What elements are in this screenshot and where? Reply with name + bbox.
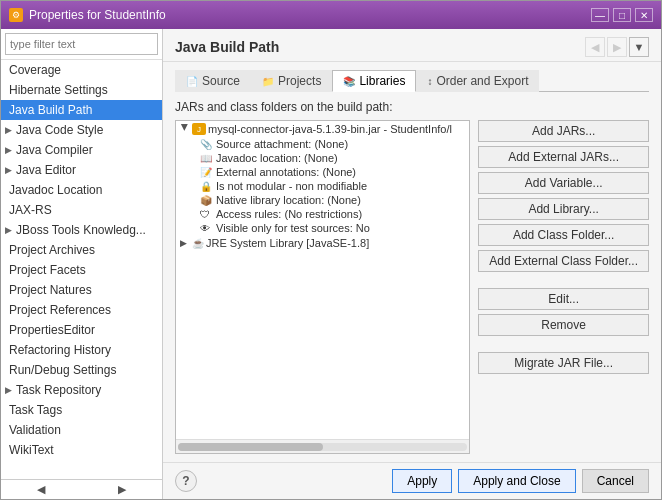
- sidebar-item-task-repository[interactable]: ▶Task Repository: [1, 380, 162, 400]
- window-title: Properties for StudentInfo: [29, 8, 166, 22]
- search-input[interactable]: [5, 33, 158, 55]
- nav-back-button[interactable]: ◀: [585, 37, 605, 57]
- main-header: Java Build Path ◀ ▶ ▼: [163, 29, 661, 62]
- arrow-icon: ▶: [5, 165, 12, 175]
- nav-forward-button[interactable]: ▶: [607, 37, 627, 57]
- sidebar-item-properties-editor[interactable]: PropertiesEditor: [1, 320, 162, 340]
- sidebar-item-project-facets[interactable]: Project Facets: [1, 260, 162, 280]
- tab-order-export[interactable]: ↕Order and Export: [416, 70, 539, 92]
- cancel-button[interactable]: Cancel: [582, 469, 649, 493]
- tree-child-label: Is not modular - non modifiable: [216, 180, 367, 192]
- sidebar-item-jax-rs[interactable]: JAX-RS: [1, 200, 162, 220]
- tree-child-icon: 📝: [200, 167, 214, 178]
- sidebar-item-label: Project Facets: [9, 263, 86, 277]
- tree-child-label: Javadoc location: (None): [216, 152, 338, 164]
- tab-label-projects: Projects: [278, 74, 321, 88]
- sidebar-item-label: Refactoring History: [9, 343, 111, 357]
- sidebar-item-java-compiler[interactable]: ▶Java Compiler: [1, 140, 162, 160]
- main-body: 📄Source📁Projects📚Libraries↕Order and Exp…: [163, 62, 661, 462]
- sidebar-item-jboss[interactable]: ▶JBoss Tools Knowledg...: [1, 220, 162, 240]
- arrow-icon: ▶: [5, 145, 12, 155]
- jar-icon: J: [192, 123, 206, 135]
- sidebar-item-validation[interactable]: Validation: [1, 420, 162, 440]
- title-bar: ⚙ Properties for StudentInfo — □ ✕: [1, 1, 661, 29]
- jre-expand-arrow: ▶: [180, 238, 190, 248]
- buttons-area: Add JARs...Add External JARs...Add Varia…: [478, 120, 649, 454]
- add-jars-button[interactable]: Add JARs...: [478, 120, 649, 142]
- tree-child-item[interactable]: 📝External annotations: (None): [176, 165, 469, 179]
- sidebar-item-label: Project References: [9, 303, 111, 317]
- tree-wrapper: ▶Jmysql-connector-java-5.1.39-bin.jar - …: [175, 120, 470, 454]
- nav-menu-button[interactable]: ▼: [629, 37, 649, 57]
- sidebar-item-java-code-style[interactable]: ▶Java Code Style: [1, 120, 162, 140]
- remove-button[interactable]: Remove: [478, 314, 649, 336]
- main-panel: Java Build Path ◀ ▶ ▼ 📄Source📁Projects📚L…: [163, 29, 661, 499]
- sidebar-item-label: Java Code Style: [16, 123, 103, 137]
- edit-button[interactable]: Edit...: [478, 288, 649, 310]
- sidebar-item-wikitext[interactable]: WikiText: [1, 440, 162, 460]
- tree-child-item[interactable]: 📎Source attachment: (None): [176, 137, 469, 151]
- tree-child-label: External annotations: (None): [216, 166, 356, 178]
- sidebar-item-project-natures[interactable]: Project Natures: [1, 280, 162, 300]
- add-external-class-folder-button[interactable]: Add External Class Folder...: [478, 250, 649, 272]
- bottom-left: ?: [175, 470, 386, 492]
- sidebar-item-hibernate[interactable]: Hibernate Settings: [1, 80, 162, 100]
- sidebar-item-run-debug[interactable]: Run/Debug Settings: [1, 360, 162, 380]
- content-area: CoverageHibernate SettingsJava Build Pat…: [1, 29, 661, 499]
- sidebar-list: CoverageHibernate SettingsJava Build Pat…: [1, 60, 162, 479]
- sidebar-item-project-archives[interactable]: Project Archives: [1, 240, 162, 260]
- sidebar-item-project-references[interactable]: Project References: [1, 300, 162, 320]
- migrate-button[interactable]: Migrate JAR File...: [478, 352, 649, 374]
- close-button[interactable]: ✕: [635, 8, 653, 22]
- sidebar-item-refactoring[interactable]: Refactoring History: [1, 340, 162, 360]
- horizontal-scrollbar[interactable]: [176, 439, 469, 453]
- tree-child-label: Native library location: (None): [216, 194, 361, 206]
- sidebar-back-btn[interactable]: ◀: [1, 480, 82, 499]
- tree-root-item[interactable]: ▶Jmysql-connector-java-5.1.39-bin.jar - …: [176, 121, 469, 137]
- tree-child-item[interactable]: 🛡Access rules: (No restrictions): [176, 207, 469, 221]
- tree-child-item[interactable]: 📖Javadoc location: (None): [176, 151, 469, 165]
- sidebar-item-label: Java Build Path: [9, 103, 92, 117]
- bottom-bar: ? Apply Apply and Close Cancel: [163, 462, 661, 499]
- jre-label: JRE System Library [JavaSE-1.8]: [206, 237, 369, 249]
- tab-projects[interactable]: 📁Projects: [251, 70, 332, 92]
- sidebar-item-task-tags[interactable]: Task Tags: [1, 400, 162, 420]
- sidebar-item-java-editor[interactable]: ▶Java Editor: [1, 160, 162, 180]
- sidebar-item-java-build-path[interactable]: Java Build Path: [1, 100, 162, 120]
- sidebar: CoverageHibernate SettingsJava Build Pat…: [1, 29, 163, 499]
- tabs-row: 📄Source📁Projects📚Libraries↕Order and Exp…: [175, 70, 649, 92]
- tree-child-icon: 🛡: [200, 209, 214, 220]
- window-icon: ⚙: [9, 8, 23, 22]
- tree-child-icon: 📖: [200, 153, 214, 164]
- jre-icon: ☕: [192, 238, 204, 249]
- sidebar-item-label: Java Editor: [16, 163, 76, 177]
- tree-child-item[interactable]: 🔒Is not modular - non modifiable: [176, 179, 469, 193]
- tree-jre-item[interactable]: ▶☕JRE System Library [JavaSE-1.8]: [176, 235, 469, 251]
- sidebar-item-label: Hibernate Settings: [9, 83, 108, 97]
- tab-source[interactable]: 📄Source: [175, 70, 251, 92]
- tree-scroll-area[interactable]: ▶Jmysql-connector-java-5.1.39-bin.jar - …: [176, 121, 469, 439]
- add-library-button[interactable]: Add Library...: [478, 198, 649, 220]
- tree-child-item[interactable]: 📦Native library location: (None): [176, 193, 469, 207]
- tree-child-item[interactable]: 👁Visible only for test sources: No: [176, 221, 469, 235]
- panel-content: ▶Jmysql-connector-java-5.1.39-bin.jar - …: [175, 120, 649, 454]
- minimize-button[interactable]: —: [591, 8, 609, 22]
- maximize-button[interactable]: □: [613, 8, 631, 22]
- tab-libraries[interactable]: 📚Libraries: [332, 70, 416, 92]
- tree-child-icon: 📦: [200, 195, 214, 206]
- apply-close-button[interactable]: Apply and Close: [458, 469, 575, 493]
- tree-child-icon: 🔒: [200, 181, 214, 192]
- sidebar-item-javadoc[interactable]: Javadoc Location: [1, 180, 162, 200]
- help-button[interactable]: ?: [175, 470, 197, 492]
- add-variable-button[interactable]: Add Variable...: [478, 172, 649, 194]
- sidebar-forward-btn[interactable]: ▶: [82, 480, 163, 499]
- apply-button[interactable]: Apply: [392, 469, 452, 493]
- add-external-jars-button[interactable]: Add External JARs...: [478, 146, 649, 168]
- tree-child-icon: 📎: [200, 139, 214, 150]
- sidebar-item-coverage[interactable]: Coverage: [1, 60, 162, 80]
- arrow-icon: ▶: [5, 125, 12, 135]
- tree-child-icon: 👁: [200, 223, 214, 234]
- add-class-folder-button[interactable]: Add Class Folder...: [478, 224, 649, 246]
- tab-label-order-export: Order and Export: [436, 74, 528, 88]
- tab-label-source: Source: [202, 74, 240, 88]
